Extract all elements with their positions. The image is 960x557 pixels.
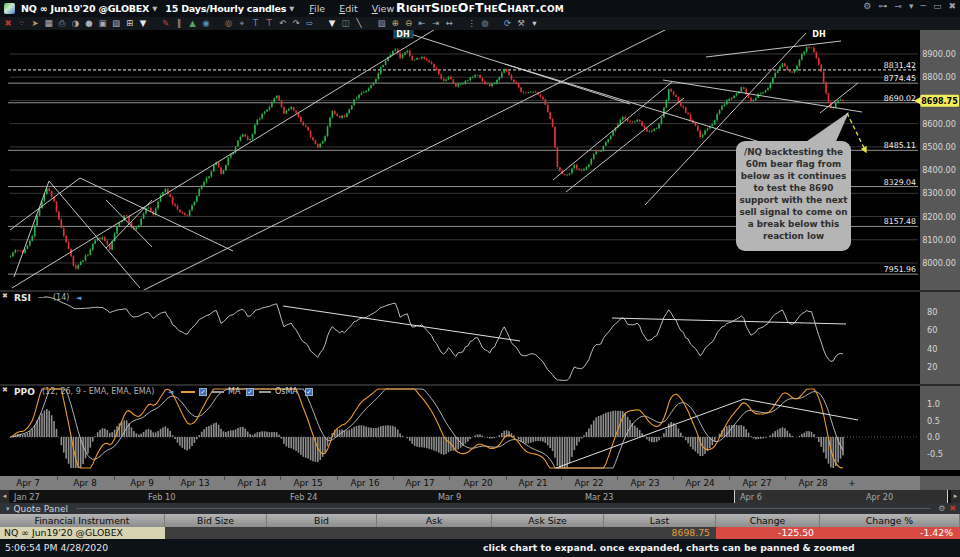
rsi-close-icon[interactable]: ✖ bbox=[2, 292, 8, 300]
snap-grid-icon[interactable]: ⁘ bbox=[17, 17, 27, 30]
collapse-arrow-icon[interactable]: ▾ bbox=[6, 505, 10, 513]
instrument-cell[interactable]: NQ ∞ Jun19'20 @GLOBEX bbox=[0, 527, 165, 539]
quote-panel-header: ▾ Quote Panel ⚙ ✖ bbox=[0, 503, 960, 514]
dropdown2-icon[interactable]: ▼ bbox=[327, 17, 337, 30]
svg-text:7951.96: 7951.96 bbox=[884, 265, 916, 274]
price-tick: 8800.00 bbox=[922, 72, 956, 82]
candlestick-icon[interactable]: ‖ bbox=[174, 17, 184, 30]
price-tick: 8500.00 bbox=[922, 142, 956, 152]
ppo-panel-canvas[interactable]: 1.00.50.0-0.5 bbox=[0, 386, 960, 470]
scrollbar-thumb[interactable] bbox=[734, 490, 948, 503]
timeframe-selector[interactable]: 15 Days/Hourly candles bbox=[165, 3, 286, 14]
pin-caret-icon[interactable]: ▾ bbox=[909, 1, 914, 11]
date-label: Apr 16 bbox=[350, 478, 379, 488]
header-rule bbox=[76, 508, 930, 509]
minimize-icon[interactable]: ─ bbox=[921, 1, 926, 11]
print-icon[interactable]: ⎙ bbox=[57, 17, 67, 30]
price-tick: 8400.00 bbox=[922, 165, 956, 175]
globe-icon[interactable]: ◉ bbox=[201, 17, 211, 30]
ppo-label[interactable]: PPO bbox=[14, 387, 35, 397]
rsi-panel-canvas[interactable]: 80604020 bbox=[0, 292, 960, 384]
pan-right-icon[interactable]: ⇥ bbox=[431, 17, 441, 30]
svg-text:80: 80 bbox=[927, 307, 937, 317]
target-icon[interactable]: ◎ bbox=[224, 17, 234, 30]
crosshair-icon[interactable]: ⌖ bbox=[237, 17, 247, 30]
dropdown-icon[interactable]: ▼ bbox=[138, 17, 148, 30]
date-label: Apr 27 bbox=[742, 478, 771, 488]
symbol-selector[interactable]: NQ ∞ Jun19'20 @GLOBEX bbox=[21, 3, 149, 14]
close-chart-icon[interactable]: ✖ bbox=[3, 17, 13, 30]
zoom-out-icon[interactable]: ⊖ bbox=[404, 17, 414, 30]
quote-settings-icon[interactable]: ⚙ bbox=[938, 504, 945, 513]
scroll-left-arrow-icon[interactable]: ◂ bbox=[0, 490, 9, 503]
symbol-caret-icon[interactable]: ▼ bbox=[152, 5, 157, 13]
settings-gear-icon[interactable]: ⚙ bbox=[863, 1, 871, 11]
column-header: Bid bbox=[267, 514, 377, 527]
date-tick bbox=[114, 476, 115, 480]
area-chart-icon[interactable]: ▲ bbox=[188, 17, 198, 30]
trendline-icon[interactable]: ╲ bbox=[354, 17, 364, 30]
quote-close-icon[interactable]: ✖ bbox=[949, 504, 956, 513]
profile-icon[interactable]: ◑ bbox=[71, 17, 81, 30]
exit-drawing-icon[interactable]: ◫ bbox=[341, 17, 351, 30]
osma-checkbox[interactable]: ✓ bbox=[305, 388, 313, 396]
undo-icon[interactable]: ↶ bbox=[278, 17, 288, 30]
scrollbar-date-label: Feb 10 bbox=[148, 492, 176, 502]
timeframe-caret-icon[interactable]: ▼ bbox=[289, 5, 294, 13]
hatch-icon[interactable]: ▧ bbox=[377, 17, 387, 30]
quote-column-headers: Financial InstrumentBid SizeBidAskAsk Si… bbox=[0, 514, 960, 527]
pan-left-icon[interactable]: ⇤ bbox=[417, 17, 427, 30]
zoom-in-icon[interactable]: ⊕ bbox=[390, 17, 400, 30]
fit-width-icon[interactable]: ↔ bbox=[444, 17, 454, 30]
pin-icon[interactable]: ⊸ bbox=[894, 1, 902, 11]
ppo-pointer-icon[interactable]: ◄ bbox=[168, 388, 173, 396]
chart-scrollbar[interactable]: Jan 27Feb 10Feb 24Mar 9Mar 23Apr 6Apr 20… bbox=[0, 490, 960, 503]
close-icon[interactable]: ✖ bbox=[948, 1, 956, 11]
column-header: Bid Size bbox=[165, 514, 267, 527]
scrollbar-date-label: Feb 24 bbox=[290, 492, 318, 502]
ma-line-sample bbox=[212, 391, 224, 393]
ppo-close-icon[interactable]: ✖ bbox=[2, 386, 8, 394]
restore-icon[interactable]: ▭ bbox=[933, 1, 942, 11]
ppo-params[interactable]: (12, 26, 9 - EMA, EMA, EMA) bbox=[42, 387, 154, 396]
cursor-icon[interactable]: ➤ bbox=[30, 17, 40, 30]
scroll-right-arrow-icon[interactable]: ▸ bbox=[951, 490, 960, 503]
osma-line-sample bbox=[259, 391, 271, 393]
arrow-shape-icon[interactable]: ⇨ bbox=[305, 17, 315, 30]
refresh-icon[interactable]: ⟳ bbox=[503, 17, 513, 30]
title-bar: NQ ∞ Jun19'20 @GLOBEX ▼ 15 Days/Hourly c… bbox=[0, 0, 960, 17]
ma-checkbox[interactable]: ✓ bbox=[246, 388, 254, 396]
link-icon[interactable]: ⊶ bbox=[878, 1, 887, 11]
rsi-pointer-icon[interactable]: ◄ bbox=[76, 294, 81, 302]
grid-icon[interactable]: ▦ bbox=[44, 17, 54, 30]
svg-text:20: 20 bbox=[927, 362, 937, 372]
rsi-params[interactable]: (14) bbox=[53, 293, 69, 302]
text-note-red-icon[interactable]: T bbox=[264, 17, 274, 30]
circle-icon[interactable]: ● bbox=[84, 17, 94, 30]
price-tick: 8200.00 bbox=[922, 212, 956, 222]
text-note-blue-icon[interactable]: T bbox=[251, 17, 261, 30]
draw-pen-icon[interactable]: ✎ bbox=[161, 17, 171, 30]
quote-row[interactable]: NQ ∞ Jun19'20 @GLOBEX8698.75-125.50-1.42… bbox=[0, 527, 960, 539]
ask-cell bbox=[377, 527, 492, 539]
date-tick bbox=[785, 476, 786, 480]
dropdown3-icon[interactable]: ▾ bbox=[530, 17, 540, 30]
layout-icon[interactable]: ⊞ bbox=[125, 17, 135, 30]
menu-edit[interactable]: Edit bbox=[339, 3, 357, 14]
annotation-callout[interactable]: /NQ backtesting the 60m bear flag from b… bbox=[736, 141, 851, 251]
scrollbar-date-label: Jan 27 bbox=[14, 492, 40, 502]
globe2-icon[interactable]: ◍ bbox=[480, 17, 490, 30]
site-watermark: RightSideOfTheChart.com bbox=[396, 0, 564, 15]
rsi-label[interactable]: RSI bbox=[14, 293, 31, 303]
vertical-bars-icon[interactable]: ⋮ bbox=[467, 17, 477, 30]
ppo-checkbox[interactable]: ✓ bbox=[199, 388, 207, 396]
date-tick bbox=[561, 476, 562, 480]
svg-text:8690.02: 8690.02 bbox=[884, 94, 916, 103]
menu-file[interactable]: File bbox=[309, 3, 325, 14]
menu-view[interactable]: View bbox=[372, 3, 395, 14]
image-icon[interactable]: ▨ bbox=[111, 17, 121, 30]
camera-icon[interactable]: ▣ bbox=[98, 17, 108, 30]
tools-icon[interactable]: ⚒ bbox=[516, 17, 526, 30]
bid-cell bbox=[267, 527, 377, 539]
redo-icon[interactable]: ↷ bbox=[291, 17, 301, 30]
